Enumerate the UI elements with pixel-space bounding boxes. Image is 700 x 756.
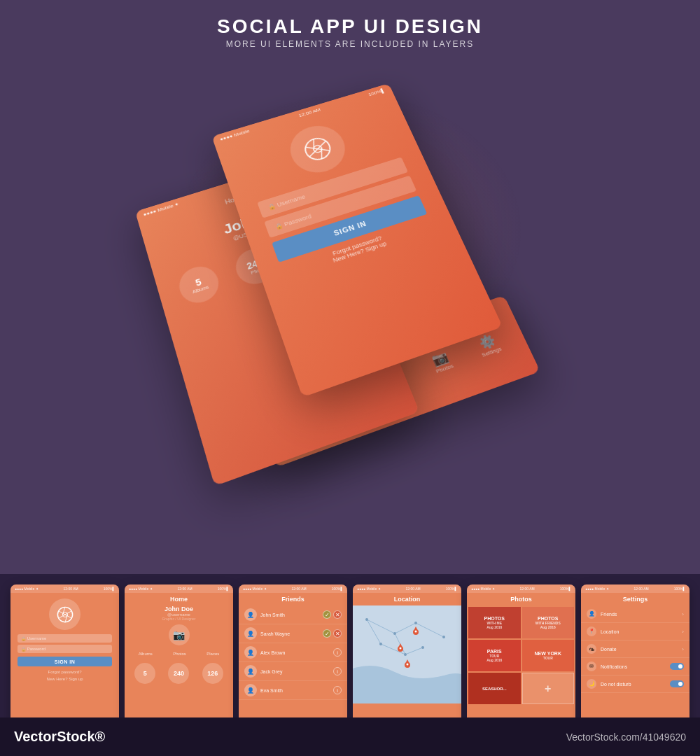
mini-location-status: ●●●● Mobile ✦ 12:00 AM 100%▌ [353,584,461,593]
jack-avatar: 👤 [244,665,257,678]
john-decline-btn[interactable]: ✕ [333,610,342,619]
svg-line-12 [65,615,71,618]
friend-jack-grey: 👤 Jack Grey i [239,662,347,681]
svg-point-27 [442,636,445,638]
sarah-decline-btn[interactable]: ✕ [333,629,342,638]
page-subtitle: MORE UI ELEMENTS ARE INCLUDED IN LAYERS [0,39,700,49]
settings-friends-label: Friends [601,612,682,617]
alex-name: Alex Brown [260,650,333,655]
settings-donate-label: Donate [601,647,682,652]
photo-with-me[interactable]: PHOTOS WITH ME Aug 2016 [468,607,521,638]
sarah-name: Sarah Wayne [260,631,323,636]
svg-point-39 [407,664,409,666]
svg-point-28 [404,653,407,656]
mini-places-label: Places [206,652,219,656]
settings-location-chevron: › [682,629,684,635]
watermark-left: VectorStock® [14,729,105,745]
mini-login-logo [49,598,80,630]
mini-login-status: ●●●● Mobile ✦ 12:00 AM 100%▌ [10,584,119,593]
settings-notifications: ✉ Notifications [581,658,690,676]
map-svg [353,606,461,704]
albums-stat: 5 Albums [175,262,223,308]
dnd-toggle[interactable] [670,680,684,687]
jack-name: Jack Grey [260,669,333,674]
mini-places-stat: 126 [202,663,223,684]
sarah-accept-btn[interactable]: ✓ [323,629,331,638]
vectorstock-logo: VectorStock® [14,729,105,744]
mini-photos-stat: 240 [168,663,189,684]
settings-donate[interactable]: 🛍 Donate › [581,640,690,658]
sarah-actions: ✓ ✕ [323,629,342,638]
jack-info-btn[interactable]: i [333,667,342,676]
notifications-toggle[interactable] [670,663,684,670]
svg-line-14 [58,615,64,618]
settings-dnd-icon: 🌙 [587,679,596,689]
svg-line-11 [65,610,71,614]
eva-name: Eva Smith [260,688,333,693]
settings-donate-chevron: › [682,646,684,652]
friend-john-smith: 👤 John Smith ✓ ✕ [239,606,347,624]
mini-photos-status: ●●●● Mobile ✦ 12:00 AM 100%▌ [467,584,575,593]
mini-new-here-link[interactable]: New Here? Sign up [10,677,119,681]
alex-info-btn[interactable]: i [333,648,342,657]
mini-map [353,606,461,704]
settings-friends-chevron: › [682,611,684,617]
settings-dnd-label: Do not disturb [601,682,670,687]
isometric-section: ●●●● Mobile ✦ 12:00 AM Ho... John @USE..… [0,56,700,462]
john-actions: ✓ ✕ [323,610,342,619]
settings-friends[interactable]: 👤 Friends › [581,606,690,623]
mini-home-name: John Doe [125,606,233,612]
mini-home-status: ●●●● Mobile ✦ 12:00 AM 100%▌ [125,584,233,593]
eva-avatar: 👤 [244,684,257,696]
svg-point-26 [414,622,417,624]
alex-avatar: 👤 [244,646,257,659]
svg-point-33 [415,631,417,633]
settings-notifications-label: Notifications [601,664,670,669]
sarah-avatar: 👤 [244,627,257,640]
eva-info-btn[interactable]: i [333,686,342,694]
mini-home-stats-labels: Albums Photos Places [125,649,233,659]
watermark-bar: VectorStock® VectorStock.com/41049620 [0,718,700,756]
mini-location-title: Location [353,593,461,606]
photo-add-btn[interactable]: + [522,673,575,704]
svg-point-36 [400,648,402,650]
mini-settings-status: ●●●● Mobile ✦ 12:00 AM 100%▌ [581,584,690,593]
settings-do-not-disturb: 🌙 Do not disturb [581,676,690,693]
photo-paris[interactable]: PARIS TOUR Aug 2016 [468,640,521,671]
mini-sign-in-button[interactable]: SIGN IN [18,657,112,666]
login-form: 🔒 Username 🔒 Password SIGN IN Forgot pas… [237,151,454,287]
settings-friends-icon: 👤 [587,609,596,619]
mini-username-input[interactable]: 🔒 Username [18,634,112,643]
nav-photos[interactable]: 📷 Photos [429,348,454,374]
photo-seashore[interactable]: SEASHOR... [468,673,521,704]
mini-home-title: Home [125,593,233,606]
header: SOCIAL APP UI DESIGN MORE UI ELEMENTS AR… [0,0,700,56]
friend-alex-brown: 👤 Alex Brown i [239,643,347,662]
friend-sarah-wayne: 👤 Sarah Wayne ✓ ✕ [239,624,347,643]
john-name: John Smith [260,612,323,617]
aperture-icon [299,133,337,166]
mini-password-input[interactable]: 🔒 Password [18,645,112,653]
login-signal: ●●●● Mobile [219,128,250,141]
svg-point-30 [379,643,382,645]
svg-point-29 [421,646,424,649]
photo-with-friends[interactable]: PHOTOS WITH FRIENDS Aug 2016 [522,607,575,638]
mini-home-stats: 5 240 126 [125,659,233,690]
settings-location[interactable]: 📍 Location › [581,623,690,640]
photo-new-york[interactable]: NEW YORK TOUR [522,640,575,671]
photos-grid: PHOTOS WITH ME Aug 2016 PHOTOS WITH FRIE… [467,606,575,706]
mini-home-avatar: 📷 [169,624,190,645]
svg-line-13 [65,615,68,622]
login-battery: 100%▌ [368,88,386,97]
settings-donate-icon: 🛍 [587,644,596,654]
friend-eva-smith: 👤 Eva Smith i [239,681,347,700]
john-accept-btn[interactable]: ✓ [323,610,331,619]
svg-point-24 [365,618,368,621]
watermark-right: VectorStock.com/41049620 [566,732,686,743]
mini-forgot-link[interactable]: Forgot password? [10,670,119,674]
john-avatar: 👤 [244,608,257,621]
mini-friends-status: ●●●● Mobile ✦ 12:00 AM 100%▌ [239,584,347,593]
settings-notifications-icon: ✉ [587,662,596,671]
login-logo [284,120,353,179]
svg-line-15 [58,610,64,614]
